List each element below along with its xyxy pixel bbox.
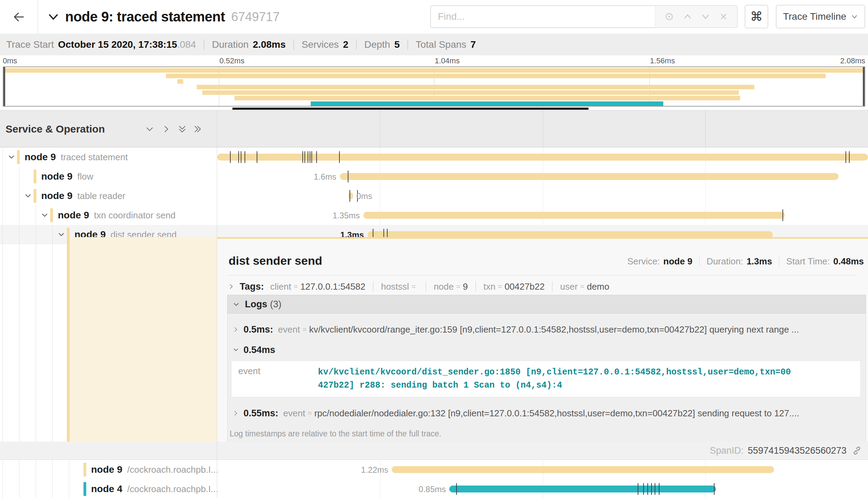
tag-key: hostssl	[381, 281, 409, 292]
chevron-down-icon[interactable]	[41, 211, 49, 219]
back-arrow-icon	[12, 10, 26, 24]
meta-value: 0.48ms	[833, 256, 864, 267]
meta-separator	[779, 257, 779, 266]
minimap-span-bar	[202, 90, 739, 95]
service-name: node 9	[58, 210, 89, 221]
tag-equals: =	[456, 282, 460, 291]
span-name[interactable]: node 9txn coordinator send	[58, 206, 176, 225]
minimap-axis-label: 2.08ms	[840, 56, 865, 65]
minimap-axis-label: 0ms	[3, 56, 17, 65]
span-row[interactable]: node 9flow1.6ms	[0, 167, 868, 186]
span-row[interactable]: node 9/cockroach.roachpb.I...1.22ms	[0, 460, 868, 479]
chevron-down-icon	[144, 124, 155, 134]
summary-label: Services	[302, 39, 339, 50]
find-group	[430, 5, 738, 28]
span-name[interactable]: node 9traced statement	[25, 147, 128, 167]
find-tools	[655, 5, 738, 28]
span-duration-bar[interactable]	[217, 154, 868, 161]
log-marker-tick	[782, 209, 783, 221]
summary-value: 7	[470, 39, 476, 50]
summary-value: 5	[394, 39, 400, 50]
find-prev-icon[interactable]	[682, 11, 693, 22]
span-duration-bar[interactable]	[340, 173, 839, 180]
expanded-span-accent-bar	[67, 237, 70, 442]
indent-guide	[2, 186, 3, 206]
minimap-axis-label: 1.04ms	[435, 56, 460, 65]
log-field-value: kv/kvclient/kvcoord/dist_sender.go:1850 …	[318, 366, 793, 392]
span-duration-label: 1.35ms	[333, 211, 360, 220]
collapse-one-level-button[interactable]	[160, 123, 172, 135]
indent-guide	[36, 460, 36, 479]
view-options-button[interactable]: Trace Timeline	[776, 5, 865, 28]
collapse-all-button[interactable]	[191, 123, 204, 135]
log-value: kv/kvclient/kvcoord/range_iter.go:159 [n…	[309, 324, 860, 335]
page-title: node 9: traced statement	[65, 9, 225, 25]
minimap-right-scrubber[interactable]	[863, 67, 865, 106]
log-timestamp: 0.55ms:	[243, 408, 278, 419]
chevron-down-icon[interactable]	[7, 153, 16, 161]
copy-link-icon[interactable]	[852, 446, 862, 455]
log-marker-tick	[302, 151, 303, 163]
log-marker-tick	[257, 151, 257, 163]
span-duration-bar[interactable]	[363, 212, 785, 219]
chevron-down-icon[interactable]	[24, 192, 32, 200]
span-name[interactable]: node 9table reader	[41, 186, 125, 206]
logs-accordion: Logs (3) 0.5ms:event=kv/kvclient/kvcoord…	[227, 295, 866, 442]
minimap-canvas[interactable]	[3, 66, 865, 107]
tag-equals: =	[411, 282, 416, 291]
tag-value: 127.0.0.1:54582	[300, 281, 365, 292]
collapse-trace-chevron-icon[interactable]	[48, 13, 59, 21]
summary-label: Trace Start	[6, 39, 54, 50]
log-key: event	[283, 408, 305, 419]
expand-one-level-button[interactable]	[143, 123, 156, 135]
span-name[interactable]: node 9flow	[41, 167, 93, 186]
match-locate-icon[interactable]	[664, 11, 675, 22]
span-name[interactable]: node 4/cockroach.roachpb.I...	[91, 479, 218, 498]
tags-accordion[interactable]: Tags: client=127.0.0.1:54582hostssl=node…	[227, 278, 609, 296]
summary-separator	[204, 39, 204, 50]
expand-all-button[interactable]	[176, 123, 188, 135]
summary-value: 2	[343, 39, 348, 50]
chevron-down-icon[interactable]	[57, 230, 65, 239]
indent-guide	[2, 479, 3, 498]
span-row[interactable]: node 4/cockroach.roachpb.I...0.85ms	[0, 479, 868, 498]
summary-separator	[293, 39, 294, 50]
summary-value: 2.08ms	[253, 39, 286, 50]
span-duration-label: 0ms	[356, 191, 372, 201]
log-marker-tick	[655, 483, 655, 495]
ruler-gridline	[543, 110, 543, 147]
summary-label: Duration	[212, 39, 249, 50]
back-button[interactable]	[0, 0, 38, 34]
log-marker-tick	[456, 483, 457, 495]
log-equals: =	[308, 409, 312, 417]
minimap-viewport-indicator[interactable]	[232, 108, 588, 110]
span-duration-bar[interactable]	[392, 466, 774, 473]
keyboard-shortcuts-button[interactable]: ⌘	[745, 5, 768, 28]
log-marker-tick	[714, 483, 715, 495]
find-clear-icon[interactable]	[718, 11, 729, 22]
meta-value: node 9	[663, 256, 692, 267]
span-duration-bar[interactable]	[449, 486, 716, 492]
log-entry-row[interactable]: 0.5ms:event=kv/kvclient/kvcoord/range_it…	[228, 320, 866, 338]
find-input[interactable]	[430, 5, 655, 28]
span-color-bar	[34, 189, 36, 203]
service-operation-header: Service & Operation	[6, 110, 105, 148]
log-entry-row[interactable]: 0.55ms:event=rpc/nodedialer/nodedialer.g…	[228, 404, 866, 422]
service-name: node 9	[91, 464, 122, 475]
span-duration-label: 1.6ms	[314, 172, 336, 182]
span-row[interactable]: node 9table reader0ms	[0, 186, 868, 206]
span-row[interactable]: node 9txn coordinator send1.35ms	[0, 206, 868, 225]
tag-value: 00427b22	[505, 281, 545, 292]
span-duration-label: 1.22ms	[361, 465, 388, 475]
span-row[interactable]: node 9traced statement	[0, 147, 868, 167]
log-entry-expanded-header[interactable]: 0.54ms	[228, 342, 866, 358]
meta-separator	[699, 257, 700, 266]
logs-header[interactable]: Logs (3)	[227, 295, 866, 314]
log-value: rpc/nodedialer/nodedialer.go:132 [n9,cli…	[314, 408, 860, 419]
tag-key: client	[270, 281, 291, 292]
minimap-left-scrubber[interactable]	[3, 67, 5, 106]
log-marker-tick	[638, 483, 638, 495]
indent-guide	[19, 186, 19, 206]
find-next-icon[interactable]	[700, 11, 711, 22]
span-name[interactable]: node 9/cockroach.roachpb.I...	[91, 460, 218, 479]
